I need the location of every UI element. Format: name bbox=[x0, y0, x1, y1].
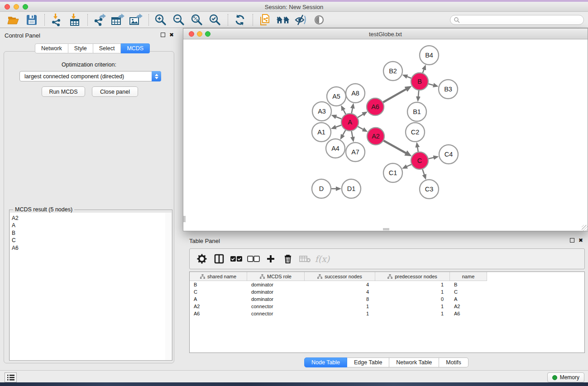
dropdown-stepper-icon[interactable] bbox=[152, 71, 161, 81]
edge-A-A6[interactable] bbox=[358, 114, 363, 118]
hide-graphics-icon[interactable] bbox=[294, 13, 308, 27]
open-session-icon[interactable] bbox=[6, 13, 21, 27]
table-cell[interactable]: 1 bbox=[375, 303, 450, 310]
clone-network-icon[interactable] bbox=[258, 13, 272, 27]
tab-select[interactable]: Select bbox=[93, 43, 121, 53]
table-cell[interactable]: 1 bbox=[305, 303, 375, 310]
zoom-out-icon[interactable] bbox=[172, 13, 186, 27]
table-cell[interactable]: 0 bbox=[375, 295, 450, 303]
tab-network[interactable]: Network bbox=[35, 43, 68, 53]
close-panel-button[interactable]: Close panel bbox=[92, 86, 138, 97]
tab-network-table[interactable]: Network Table bbox=[389, 357, 439, 367]
result-scrollbar[interactable] bbox=[165, 213, 172, 360]
optimization-criterion-dropdown[interactable]: largest connected component (directed) bbox=[19, 71, 161, 81]
table-cell[interactable]: 4 bbox=[305, 288, 375, 295]
result-list-item[interactable]: B bbox=[12, 229, 166, 237]
node-C2[interactable]: C2 bbox=[406, 123, 425, 142]
node-A4[interactable]: A4 bbox=[326, 139, 345, 158]
zoom-fit-icon[interactable] bbox=[190, 13, 204, 27]
column-header-MCDS-role[interactable]: MCDS role bbox=[247, 272, 305, 281]
edge-B-B2[interactable] bbox=[406, 76, 411, 78]
tab-node-table[interactable]: Node Table bbox=[304, 357, 347, 367]
node-C4[interactable]: C4 bbox=[439, 145, 458, 164]
add-row-icon[interactable] bbox=[263, 252, 278, 266]
table-row[interactable]: A6connector11A6 bbox=[190, 310, 584, 317]
edge-B-B4[interactable] bbox=[423, 69, 424, 73]
show-columns-icon[interactable] bbox=[211, 252, 227, 266]
task-history-button[interactable] bbox=[5, 372, 17, 382]
table-cell[interactable]: A6 bbox=[190, 310, 247, 317]
export-image-icon[interactable] bbox=[129, 13, 143, 27]
edge-A-A1[interactable] bbox=[335, 125, 341, 128]
import-network-icon[interactable] bbox=[49, 13, 64, 27]
node-A5[interactable]: A5 bbox=[327, 87, 346, 106]
table-cell[interactable]: 1 bbox=[305, 310, 375, 317]
float-table-panel-icon[interactable] bbox=[570, 238, 574, 243]
edge-B-B3[interactable] bbox=[428, 84, 434, 85]
table-cell[interactable]: 4 bbox=[305, 281, 375, 288]
run-mcds-button[interactable]: Run MCDS bbox=[42, 86, 85, 97]
edge-A-A7[interactable] bbox=[352, 131, 353, 138]
import-table-icon[interactable] bbox=[67, 13, 82, 27]
network-vertical-scrollbar[interactable] bbox=[183, 216, 186, 222]
tab-mcds[interactable]: MCDS bbox=[121, 43, 150, 53]
edge-A-A4[interactable] bbox=[342, 130, 345, 136]
node-B4[interactable]: B4 bbox=[420, 46, 439, 65]
home-layout-icon[interactable] bbox=[276, 13, 290, 27]
close-table-panel-icon[interactable]: ✖ bbox=[578, 238, 583, 243]
table-cell[interactable]: C bbox=[450, 288, 487, 295]
node-C1[interactable]: C1 bbox=[383, 163, 402, 182]
memory-button[interactable]: Memory bbox=[547, 372, 584, 382]
node-C[interactable]: C bbox=[411, 152, 428, 169]
save-session-icon[interactable] bbox=[24, 13, 39, 27]
edge-A-A8[interactable] bbox=[352, 107, 353, 113]
table-cell[interactable]: dominator bbox=[247, 281, 305, 288]
node-A7[interactable]: A7 bbox=[346, 143, 365, 162]
result-list-item[interactable]: C bbox=[12, 237, 166, 244]
network-canvas[interactable]: B4B2BB3A5A8A6B1A3AC2A1A2A4A7C4CC1C3DD1 bbox=[183, 39, 588, 231]
table-cell[interactable]: A2 bbox=[190, 303, 247, 310]
table-row[interactable]: Adominator80A bbox=[190, 295, 584, 303]
node-C3[interactable]: C3 bbox=[420, 180, 439, 199]
result-list-item[interactable]: A bbox=[12, 222, 166, 229]
unselect-all-icon[interactable] bbox=[246, 252, 261, 266]
table-cell[interactable]: A2 bbox=[450, 303, 487, 310]
column-header-shared-name[interactable]: shared name bbox=[190, 272, 247, 281]
show-graphics-icon[interactable] bbox=[312, 13, 326, 27]
edge-B-B1[interactable] bbox=[418, 91, 419, 97]
table-cell[interactable]: A6 bbox=[450, 310, 487, 317]
mcds-result-list[interactable]: A2ABCA6 bbox=[10, 213, 166, 360]
delete-table-icon[interactable] bbox=[297, 252, 313, 266]
edge-C-C1[interactable] bbox=[406, 164, 411, 167]
column-header-successor-nodes[interactable]: successor nodes bbox=[305, 272, 375, 281]
node-A[interactable]: A bbox=[341, 114, 359, 131]
table-cell[interactable]: 1 bbox=[375, 288, 450, 295]
search-input[interactable] bbox=[460, 16, 583, 24]
table-cell[interactable]: C bbox=[190, 288, 247, 295]
network-horizontal-scrollbar[interactable] bbox=[383, 228, 389, 230]
edge-C-C2[interactable] bbox=[417, 147, 418, 152]
table-cell[interactable]: connector bbox=[247, 303, 305, 310]
edge-C-C4[interactable] bbox=[429, 157, 435, 159]
table-cell[interactable]: 1 bbox=[375, 281, 450, 288]
edge-C-C3[interactable] bbox=[422, 169, 425, 176]
export-table-icon[interactable] bbox=[110, 13, 125, 27]
table-cell[interactable]: 1 bbox=[375, 310, 450, 317]
table-cell[interactable]: dominator bbox=[247, 288, 305, 295]
zoom-in-icon[interactable] bbox=[153, 13, 168, 27]
zoom-selected-icon[interactable] bbox=[208, 13, 222, 27]
table-row[interactable]: Bdominator41B bbox=[190, 281, 584, 288]
node-B[interactable]: B bbox=[411, 73, 428, 90]
table-cell[interactable]: B bbox=[190, 281, 247, 288]
network-window-titlebar[interactable]: testGlobe.txt bbox=[183, 29, 588, 39]
delete-row-icon[interactable] bbox=[280, 252, 296, 266]
result-list-item[interactable]: A6 bbox=[12, 244, 166, 252]
node-B1[interactable]: B1 bbox=[407, 102, 426, 121]
node-A2[interactable]: A2 bbox=[367, 128, 384, 145]
column-header-predecessor-nodes[interactable]: predecessor nodes bbox=[375, 272, 450, 281]
edge-A6-B[interactable] bbox=[383, 89, 406, 102]
column-header-name[interactable]: name bbox=[450, 272, 487, 281]
table-options-icon[interactable] bbox=[194, 252, 210, 266]
edge-A2-C[interactable] bbox=[383, 141, 406, 153]
node-D[interactable]: D bbox=[312, 179, 331, 198]
